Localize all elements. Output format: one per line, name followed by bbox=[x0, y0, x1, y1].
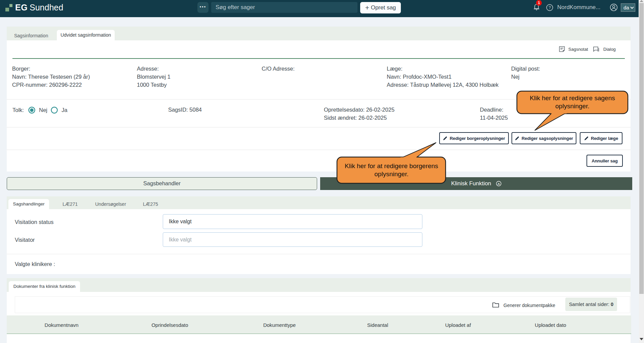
svg-text:Klik her for at redigere sagen: Klik her for at redigere sagens bbox=[530, 94, 615, 102]
svg-text:Klik her for at redigere borge: Klik her for at redigere borgerens bbox=[345, 162, 438, 169]
svg-text:oplysninger.: oplysninger. bbox=[374, 170, 408, 178]
svg-text:?: ? bbox=[548, 5, 551, 10]
svg-text:oplysninger.: oplysninger. bbox=[555, 103, 589, 110]
svg-text:A: A bbox=[497, 182, 500, 186]
